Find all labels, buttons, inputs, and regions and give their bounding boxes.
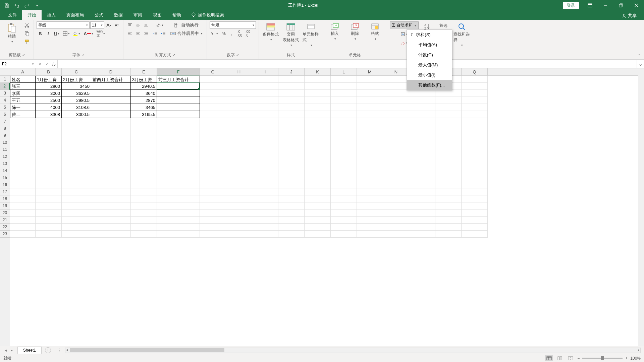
cell[interactable] <box>305 104 331 111</box>
cell[interactable] <box>252 97 278 104</box>
cell[interactable] <box>200 83 226 90</box>
cell[interactable] <box>435 188 462 195</box>
cell[interactable] <box>331 231 357 238</box>
cell[interactable] <box>305 188 331 195</box>
cell[interactable]: 李四 <box>10 90 36 97</box>
zoom-slider[interactable] <box>582 358 623 359</box>
cell[interactable] <box>331 224 357 231</box>
tab-insert[interactable]: 插入 <box>42 10 61 20</box>
cell[interactable] <box>409 174 435 181</box>
italic-button[interactable]: I <box>45 30 52 37</box>
cell[interactable]: 前两月工资合计 <box>91 76 131 83</box>
cell[interactable] <box>131 125 157 132</box>
cell[interactable] <box>409 160 435 167</box>
cell[interactable] <box>383 76 409 83</box>
cell[interactable] <box>157 146 200 153</box>
cell[interactable] <box>36 118 62 125</box>
cell[interactable]: 3450 <box>62 83 91 90</box>
cell[interactable] <box>226 181 252 188</box>
row-header[interactable]: 20 <box>0 209 10 217</box>
cell[interactable] <box>331 160 357 167</box>
tab-formulas[interactable]: 公式 <box>89 10 109 20</box>
row-header[interactable]: 2 <box>0 83 10 90</box>
cell[interactable] <box>409 104 435 111</box>
cell[interactable] <box>357 209 383 217</box>
cell[interactable] <box>383 153 409 160</box>
cell[interactable] <box>131 224 157 231</box>
cell[interactable] <box>252 167 278 174</box>
cell[interactable] <box>226 160 252 167</box>
cell[interactable] <box>278 217 305 224</box>
cell[interactable] <box>383 195 409 202</box>
cell[interactable] <box>36 153 62 160</box>
cell[interactable] <box>157 202 200 209</box>
cell[interactable] <box>131 153 157 160</box>
cell[interactable] <box>409 224 435 231</box>
cell[interactable] <box>226 209 252 217</box>
cell[interactable] <box>157 195 200 202</box>
cell[interactable] <box>10 139 36 146</box>
cell[interactable] <box>383 167 409 174</box>
cell[interactable] <box>226 217 252 224</box>
cell[interactable] <box>62 153 91 160</box>
cell[interactable] <box>305 132 331 139</box>
cell[interactable] <box>278 174 305 181</box>
row-header[interactable]: 5 <box>0 104 10 111</box>
cell[interactable] <box>10 217 36 224</box>
ribbon-display-icon[interactable] <box>582 0 598 11</box>
cell[interactable] <box>157 118 200 125</box>
cell[interactable] <box>62 132 91 139</box>
cell[interactable] <box>36 202 62 209</box>
row-header[interactable]: 22 <box>0 224 10 231</box>
format-cells-button[interactable]: 格式▾ <box>366 21 384 42</box>
formula-input[interactable] <box>58 60 637 68</box>
format-table-button[interactable]: 套用 表格格式▾ <box>282 21 300 48</box>
cell[interactable] <box>357 97 383 104</box>
cell[interactable] <box>200 174 226 181</box>
collapse-ribbon-icon[interactable]: ⌃ <box>638 54 641 58</box>
cell[interactable] <box>331 217 357 224</box>
cell[interactable] <box>10 188 36 195</box>
cell[interactable] <box>91 104 131 111</box>
cell[interactable] <box>91 167 131 174</box>
share-button[interactable]: 共享 <box>619 11 639 20</box>
dialog-launcher-icon[interactable]: ⤢ <box>82 53 85 57</box>
row-header[interactable]: 18 <box>0 195 10 202</box>
cell[interactable]: 3629.5 <box>62 90 91 97</box>
cell[interactable] <box>252 181 278 188</box>
cell[interactable] <box>331 167 357 174</box>
col-header[interactable]: G <box>200 68 226 75</box>
cell[interactable] <box>252 76 278 83</box>
cell[interactable] <box>131 188 157 195</box>
cell[interactable] <box>305 217 331 224</box>
cell[interactable]: 2980.5 <box>62 97 91 104</box>
cell[interactable] <box>91 160 131 167</box>
cell[interactable] <box>226 118 252 125</box>
cell[interactable] <box>252 209 278 217</box>
cell[interactable] <box>131 160 157 167</box>
dialog-launcher-icon[interactable]: ⤢ <box>22 53 25 57</box>
cell[interactable] <box>409 202 435 209</box>
cell[interactable] <box>278 209 305 217</box>
cell[interactable] <box>252 139 278 146</box>
col-header[interactable]: H <box>226 68 252 75</box>
vertical-scrollbar[interactable] <box>638 68 644 346</box>
filter-button[interactable]: 筛选 <box>436 21 451 30</box>
cell[interactable] <box>331 132 357 139</box>
tab-page-layout[interactable]: 页面布局 <box>61 10 89 20</box>
cell[interactable] <box>435 153 462 160</box>
cell[interactable] <box>278 111 305 118</box>
cell[interactable] <box>357 146 383 153</box>
cell[interactable] <box>36 217 62 224</box>
col-header[interactable]: M <box>357 68 383 75</box>
cell[interactable] <box>10 174 36 181</box>
cell[interactable] <box>435 195 462 202</box>
cell[interactable] <box>226 76 252 83</box>
menu-sum[interactable]: Σ求和(S) <box>407 30 452 40</box>
cell[interactable] <box>462 146 488 153</box>
cell[interactable] <box>357 83 383 90</box>
find-select-button[interactable]: 查找和选择▾ <box>453 21 471 48</box>
cell[interactable] <box>91 139 131 146</box>
cell[interactable] <box>357 153 383 160</box>
cell[interactable] <box>157 224 200 231</box>
